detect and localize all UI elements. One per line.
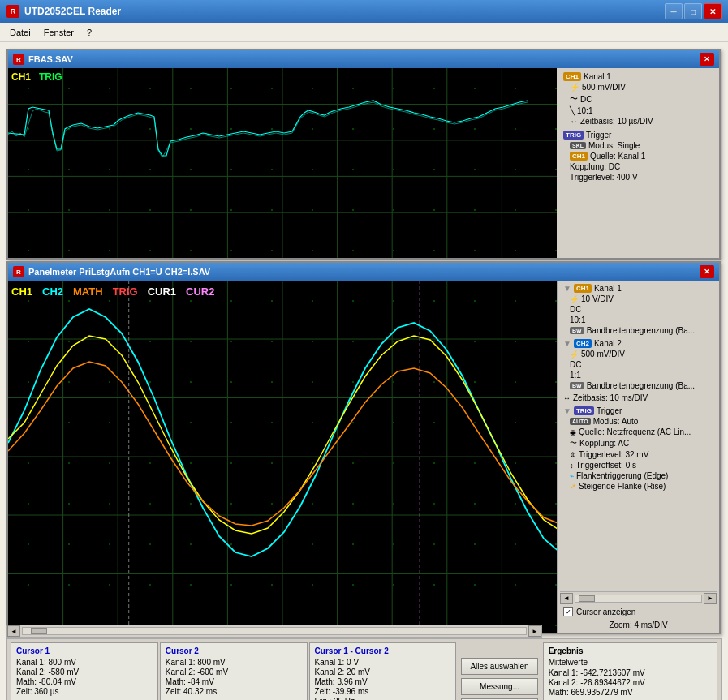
panel-title-bar: R Panelmeter PriLstgAufn CH1=U CH2=I.SAV… [8, 263, 719, 281]
panel-ch2-coupling-text: DC [570, 360, 581, 369]
trig-rise-icon: ↗ [570, 483, 576, 491]
ergebnis-line2: Math: 669.9357279 mV [549, 688, 712, 697]
sidebar-scroll-left[interactable]: ◄ [560, 593, 573, 604]
sidebar-scroll-track[interactable] [575, 595, 702, 603]
panel-trig-label: TRIG [113, 286, 138, 298]
fbas-ch1-probe[interactable]: ╲ 10:1 [560, 105, 716, 116]
panel-window: R Panelmeter PriLstgAufn CH1=U CH2=I.SAV… [6, 261, 721, 634]
ch1-badge: CH1 [563, 72, 581, 81]
panel-hscrollbar: ◄ ► [6, 625, 542, 638]
panel-ch2-probe[interactable]: 1:1 [560, 370, 717, 380]
cursor2-line1: Kanal 2: -600 mV [166, 668, 302, 676]
fbas-scope-container: CH1 TRIG CH1 Kanal 1 ⚡ 500 mV/DIV 〜 DC [8, 68, 719, 258]
trig-level-icon: ⇕ [570, 451, 576, 459]
fbas-scope-display: CH1 TRIG [8, 68, 557, 258]
menu-fenster[interactable]: Fenster [37, 25, 80, 40]
hscroll-thumb[interactable] [31, 628, 47, 634]
alles-auswaehlen-button[interactable]: Alles auswählen [461, 658, 537, 675]
panel-trig-kopplung[interactable]: 〜 Kopplung: AC [560, 437, 717, 449]
ergebnis-title: Ergebnis [549, 646, 712, 655]
panel-waveform-svg [8, 281, 557, 633]
voltage-icon3: ⚡ [570, 350, 579, 359]
action-buttons: Alles auswählen Messung... Mathematik... [458, 642, 541, 700]
panel-ch-labels: CH1 CH2 MATH TRIG CUR1 CUR2 [11, 286, 215, 298]
panel-scope-container: CH1 CH2 MATH TRIG CUR1 CUR2 ▼ CH1 Kanal … [8, 281, 719, 633]
hscroll-left[interactable]: ◄ [7, 625, 20, 637]
panel-ch1-probe[interactable]: 10:1 [560, 315, 717, 325]
cursor2-title: Cursor 2 [166, 646, 302, 655]
app-icon: R [6, 5, 19, 18]
sidebar-scroll-thumb[interactable] [579, 595, 595, 602]
panel-trig-offset[interactable]: ↕ Triggeroffset: 0 s [560, 460, 717, 470]
ergebnis-line1: Kanal 2: -26.89344672 mV [549, 678, 712, 687]
panel-ch2-header[interactable]: ▼ CH2 Kanal 2 [560, 338, 717, 349]
panel-trig-level-text: Triggerlevel: 32 mV [579, 450, 648, 459]
fbas-trig-source[interactable]: CH1 Quelle: Kanal 1 [560, 151, 716, 161]
panel-trig-header[interactable]: ▼ TRIG Trigger [560, 406, 717, 416]
trig-source-icon: ◉ [570, 428, 576, 436]
zeitbasis-icon: ↔ [563, 394, 571, 402]
panel-cur1-label: CUR1 [148, 286, 176, 298]
fbas-ch1-voltage[interactable]: ⚡ 500 mV/DIV [560, 82, 716, 92]
cursor-anzeigen-label: Cursor anzeigen [576, 608, 635, 616]
fbas-trig-mode[interactable]: SKL Modus: Single [560, 140, 716, 151]
ergebnis-line0: Kanal 1: -642.7213607 mV [549, 668, 712, 677]
bottom-panel: Cursor 1 Kanal 1: 800 mV Kanal 2: -580 m… [6, 638, 722, 700]
messung-button[interactable]: Messung... [461, 678, 537, 695]
timebase-icon: ↔ [570, 117, 578, 126]
maximize-button[interactable]: □ [684, 3, 702, 19]
probe-icon: ╲ [570, 106, 575, 115]
skl-badge: SKL [570, 142, 586, 149]
cursor1-line3: Zeit: 360 µs [16, 687, 153, 696]
panel-trig-source[interactable]: ◉ Quelle: Netzfrequenz (AC Lin... [560, 427, 717, 437]
panel-ch1-coupling[interactable]: DC [560, 304, 717, 315]
sidebar-scroll-right[interactable]: ► [704, 593, 717, 604]
fbas-trig-level[interactable]: Triggerlevel: 400 V [560, 172, 716, 183]
cursor-diff-line4: Frq.: 25 Hz [315, 697, 451, 700]
menu-help[interactable]: ? [80, 25, 98, 40]
minimize-button[interactable]: ─ [665, 3, 683, 19]
cursor-diff-box: Cursor 1 - Cursor 2 Kanal 1: 0 V Kanal 2… [309, 642, 457, 700]
outer-window: R FBAS.SAV ✕ [0, 42, 728, 700]
panel-ch1-header-text: Kanal 1 [594, 284, 622, 293]
panel-ch1-bw[interactable]: BW Bandbreitenbegrenzung (Ba... [560, 325, 717, 336]
cursor-anzeigen-checkbox[interactable]: ✓ [563, 607, 573, 616]
close-button[interactable]: ✕ [704, 3, 722, 19]
fbas-timebase-text: Zeitbasis: 10 µs/DIV [580, 117, 653, 126]
panel-window-title: Panelmeter PriLstgAufn CH1=U CH2=I.SAV [28, 267, 700, 277]
cursor-diff-line2: Math: 3.96 mV [315, 677, 451, 686]
ergebnis-subtitle: Mittelwerte [549, 658, 712, 667]
panel-sidebar: ▼ CH1 Kanal 1 ⚡ 10 V/DIV DC 10:1 [557, 281, 719, 633]
panel-trig-mode-text: Modus: Auto [593, 417, 639, 426]
panel-trig-mode[interactable]: AUTO Modus: Auto [560, 416, 717, 427]
panel-sidebar-inner: ▼ CH1 Kanal 1 ⚡ 10 V/DIV DC 10:1 [560, 283, 717, 590]
panel-trig-edge[interactable]: ⌁ Flankentriggerung (Edge) [560, 470, 717, 481]
panel-trig-level[interactable]: ⇕ Triggerlevel: 32 mV [560, 449, 717, 460]
panel-ch2-bw[interactable]: BW Bandbreitenbegrenzung (Ba... [560, 380, 717, 391]
panel-trig-rise[interactable]: ↗ Steigende Flanke (Rise) [560, 481, 717, 492]
panel-ch2-label: CH2 [42, 286, 63, 298]
fbas-timebase[interactable]: ↔ Zeitbasis: 10 µs/DIV [560, 116, 716, 127]
panel-scope-display: CH1 CH2 MATH TRIG CUR1 CUR2 [8, 281, 557, 633]
cursor1-line2: Math: -80.04 mV [16, 677, 153, 686]
fbas-trig-coupling[interactable]: Kopplung: DC [560, 161, 716, 172]
panel-close-button[interactable]: ✕ [700, 265, 714, 278]
panel-zeitbasis[interactable]: ↔ Zeitbasis: 10 ms/DIV [560, 393, 717, 403]
panel-ch2-coupling[interactable]: DC [560, 359, 717, 370]
hscroll-right[interactable]: ► [528, 625, 541, 637]
hscroll-track[interactable] [22, 627, 527, 635]
panel-ch2-voltage[interactable]: ⚡ 500 mV/DIV [560, 349, 717, 359]
menu-datei[interactable]: Datei [3, 25, 37, 40]
cursor2-line0: Kanal 1: 800 mV [166, 658, 302, 667]
fbas-trig-header[interactable]: TRIG Trigger [560, 130, 716, 140]
panel-ch1-header[interactable]: ▼ CH1 Kanal 1 [560, 283, 717, 294]
fbas-ch1-probe-text: 10:1 [577, 106, 592, 115]
fbas-ch1-header[interactable]: CH1 Kanal 1 [560, 71, 716, 82]
panel-trig-edge-text: Flankentriggerung (Edge) [576, 471, 668, 480]
fbas-close-button[interactable]: ✕ [700, 53, 714, 66]
panel-ch2-probe-text: 1:1 [570, 371, 581, 380]
fbas-labels: CH1 TRIG [11, 71, 62, 83]
panel-ch1-voltage[interactable]: ⚡ 10 V/DIV [560, 294, 717, 304]
fbas-ch1-coupling[interactable]: 〜 DC [560, 92, 716, 105]
voltage-icon: ⚡ [570, 83, 579, 92]
